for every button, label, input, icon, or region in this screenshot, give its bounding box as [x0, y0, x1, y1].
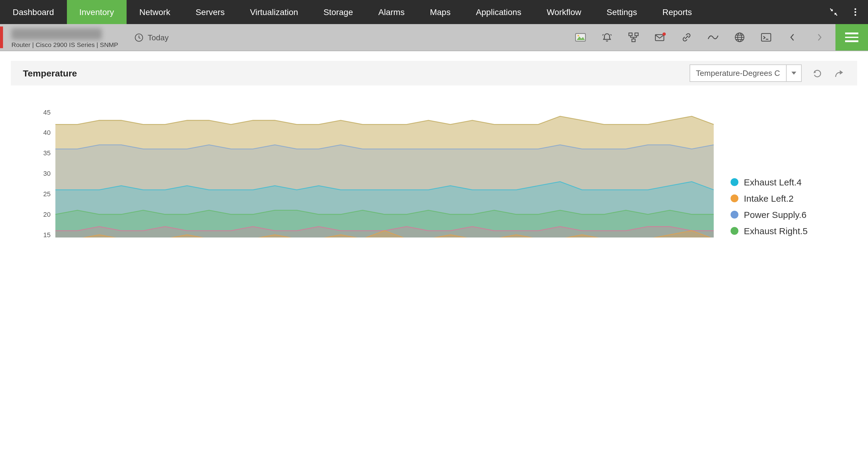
page-title: Temperature — [23, 68, 77, 78]
topology-icon[interactable] — [627, 31, 640, 44]
nav-item-applications[interactable]: Applications — [463, 0, 534, 24]
top-nav-right — [827, 0, 868, 24]
refresh-icon[interactable] — [811, 67, 824, 79]
time-filter-label: Today — [148, 33, 168, 42]
main-content: Temperature Temperature-Degrees C 051015… — [0, 61, 868, 238]
nav-item-settings[interactable]: Settings — [594, 0, 650, 24]
mail-icon[interactable] — [653, 31, 667, 44]
svg-text:25: 25 — [43, 190, 50, 198]
export-icon[interactable] — [833, 67, 845, 79]
top-nav: DashboardInventoryNetworkServersVirtuali… — [0, 0, 868, 24]
menu-icon[interactable] — [835, 24, 868, 50]
kebab-menu-icon[interactable] — [849, 5, 862, 19]
temperature-chart: 05101520253035404500:1200:4601:2001:5402… — [24, 105, 722, 238]
nav-item-servers[interactable]: Servers — [183, 0, 237, 24]
nav-item-network[interactable]: Network — [127, 0, 183, 24]
time-filter[interactable]: Today — [134, 32, 168, 42]
chart-legend: Exhaust Left.4Intake Left.2Power Supply.… — [731, 105, 857, 238]
collapse-icon[interactable] — [827, 5, 840, 19]
legend-label: Power Supply.6 — [744, 209, 807, 220]
nav-item-storage[interactable]: Storage — [311, 0, 366, 24]
panel-controls: Temperature-Degrees C — [689, 64, 845, 82]
svg-text:15: 15 — [43, 231, 50, 238]
legend-item-exhaust-right-5[interactable]: Exhaust Right.5 — [731, 226, 857, 236]
globe-icon[interactable] — [733, 31, 746, 44]
legend-item-exhaust-left-4[interactable]: Exhaust Left.4 — [731, 177, 857, 187]
nav-item-workflow[interactable]: Workflow — [534, 0, 594, 24]
image-icon[interactable] — [574, 31, 587, 44]
legend-label: Intake Left.2 — [744, 193, 794, 203]
nav-item-inventory[interactable]: Inventory — [67, 0, 127, 24]
sparkline-icon[interactable] — [707, 31, 720, 44]
legend-dot — [731, 227, 738, 235]
nav-item-dashboard[interactable]: Dashboard — [0, 0, 67, 24]
device-toolbar — [574, 31, 832, 44]
severity-bar — [0, 27, 3, 48]
top-nav-items: DashboardInventoryNetworkServersVirtuali… — [0, 0, 705, 24]
legend-dot — [731, 211, 738, 218]
legend-dot — [731, 178, 738, 186]
clock-icon — [134, 32, 144, 42]
svg-text:35: 35 — [43, 149, 50, 157]
device-block: Router | Cisco 2900 IS Series | SNMP — [8, 24, 118, 50]
nav-item-virtualization[interactable]: Virtualization — [237, 0, 311, 24]
legend-label: Exhaust Left.4 — [744, 177, 802, 187]
metric-dropdown[interactable]: Temperature-Degrees C — [689, 64, 802, 82]
panel-header: Temperature Temperature-Degrees C — [11, 61, 857, 86]
legend-item-intake-left-2[interactable]: Intake Left.2 — [731, 193, 857, 203]
svg-text:40: 40 — [43, 129, 50, 136]
device-name-redacted — [11, 28, 102, 39]
app-window: DashboardInventoryNetworkServersVirtuali… — [0, 0, 868, 238]
svg-text:30: 30 — [43, 170, 50, 177]
alarm-bell-icon[interactable] — [600, 31, 614, 44]
nav-item-alarms[interactable]: Alarms — [366, 0, 417, 24]
svg-text:20: 20 — [43, 211, 50, 218]
metric-dropdown-value: Temperature-Degrees C — [690, 65, 786, 81]
legend-label: Exhaust Right.5 — [744, 226, 808, 236]
nav-item-reports[interactable]: Reports — [650, 0, 705, 24]
chart-section: 05101520253035404500:1200:4601:2001:5402… — [11, 86, 857, 238]
chevron-down-icon — [786, 65, 801, 81]
svg-text:45: 45 — [43, 109, 50, 116]
terminal-icon[interactable] — [760, 31, 773, 44]
legend-dot — [731, 195, 738, 202]
device-header: Router | Cisco 2900 IS Series | SNMP Tod… — [0, 24, 868, 51]
link-icon[interactable] — [680, 31, 693, 44]
device-info: Router | Cisco 2900 IS Series | SNMP — [11, 41, 118, 48]
legend-item-power-supply-6[interactable]: Power Supply.6 — [731, 209, 857, 220]
chevron-left-icon[interactable] — [786, 31, 799, 44]
nav-item-maps[interactable]: Maps — [417, 0, 463, 24]
chevron-right-icon[interactable] — [812, 31, 826, 44]
